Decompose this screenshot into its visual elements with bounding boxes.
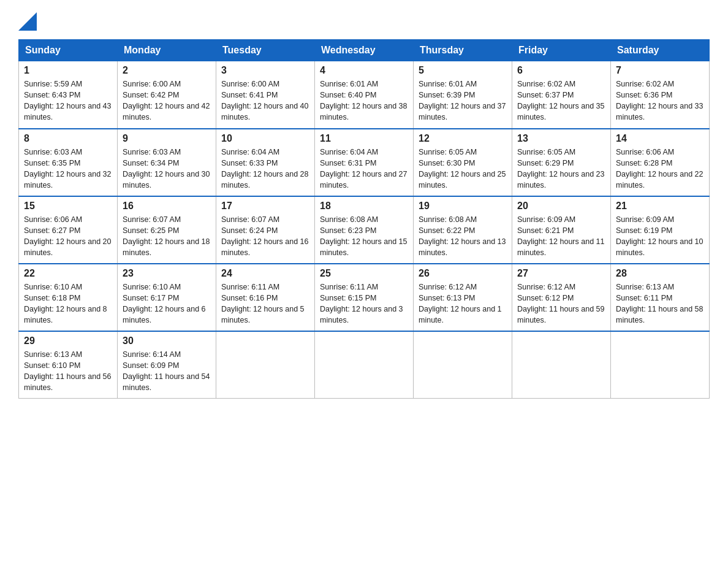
day-info: Sunrise: 6:02 AMSunset: 6:37 PMDaylight:…: [517, 79, 605, 123]
day-info: Sunrise: 6:01 AMSunset: 6:39 PMDaylight:…: [419, 79, 507, 123]
calendar-cell: 7Sunrise: 6:02 AMSunset: 6:36 PMDaylight…: [611, 61, 710, 129]
day-info: Sunrise: 6:03 AMSunset: 6:35 PMDaylight:…: [24, 147, 112, 191]
day-number: 4: [320, 65, 408, 76]
calendar-cell: 23Sunrise: 6:10 AMSunset: 6:17 PMDayligh…: [118, 264, 216, 331]
calendar-cell: 13Sunrise: 6:05 AMSunset: 6:29 PMDayligh…: [512, 129, 611, 196]
day-number: 2: [123, 65, 211, 76]
weekday-header-row: Sunday Monday Tuesday Wednesday Thursday…: [19, 40, 710, 61]
day-number: 20: [517, 201, 605, 212]
calendar-cell: [414, 331, 512, 399]
day-info: Sunrise: 6:10 AMSunset: 6:17 PMDaylight:…: [123, 282, 211, 326]
calendar-cell: 20Sunrise: 6:09 AMSunset: 6:21 PMDayligh…: [512, 196, 611, 264]
calendar-cell: 6Sunrise: 6:02 AMSunset: 6:37 PMDaylight…: [512, 61, 611, 129]
day-number: 25: [320, 268, 408, 279]
day-number: 22: [24, 268, 112, 279]
calendar-table: Sunday Monday Tuesday Wednesday Thursday…: [18, 39, 710, 399]
day-info: Sunrise: 5:59 AMSunset: 6:43 PMDaylight:…: [24, 79, 112, 123]
day-number: 16: [123, 201, 211, 212]
day-number: 29: [24, 335, 112, 347]
day-info: Sunrise: 6:12 AMSunset: 6:13 PMDaylight:…: [419, 282, 507, 326]
calendar-cell: 21Sunrise: 6:09 AMSunset: 6:19 PMDayligh…: [611, 196, 710, 264]
header-thursday: Thursday: [414, 40, 512, 61]
calendar-cell: 24Sunrise: 6:11 AMSunset: 6:16 PMDayligh…: [216, 264, 315, 331]
calendar-cell: [611, 331, 710, 399]
calendar-cell: [216, 331, 315, 399]
day-info: Sunrise: 6:08 AMSunset: 6:22 PMDaylight:…: [419, 214, 507, 259]
day-info: Sunrise: 6:02 AMSunset: 6:36 PMDaylight:…: [616, 79, 704, 123]
calendar-cell: 27Sunrise: 6:12 AMSunset: 6:12 PMDayligh…: [512, 264, 611, 331]
day-info: Sunrise: 6:10 AMSunset: 6:18 PMDaylight:…: [24, 282, 112, 326]
header-saturday: Saturday: [611, 40, 710, 61]
header-wednesday: Wednesday: [315, 40, 414, 61]
header-tuesday: Tuesday: [216, 40, 315, 61]
day-number: 24: [221, 268, 309, 279]
calendar-week-row: 29Sunrise: 6:13 AMSunset: 6:10 PMDayligh…: [19, 331, 710, 399]
calendar-week-row: 8Sunrise: 6:03 AMSunset: 6:35 PMDaylight…: [19, 129, 710, 196]
day-number: 12: [419, 133, 507, 144]
day-number: 21: [616, 201, 704, 212]
day-info: Sunrise: 6:00 AMSunset: 6:41 PMDaylight:…: [221, 79, 309, 123]
calendar-cell: 14Sunrise: 6:06 AMSunset: 6:28 PMDayligh…: [611, 129, 710, 196]
calendar-cell: 16Sunrise: 6:07 AMSunset: 6:25 PMDayligh…: [118, 196, 216, 264]
header-friday: Friday: [512, 40, 611, 61]
day-number: 13: [517, 133, 605, 144]
logo-icon: [18, 12, 37, 31]
day-info: Sunrise: 6:06 AMSunset: 6:27 PMDaylight:…: [24, 214, 112, 259]
header-monday: Monday: [118, 40, 216, 61]
day-number: 26: [419, 268, 507, 279]
calendar-cell: 19Sunrise: 6:08 AMSunset: 6:22 PMDayligh…: [414, 196, 512, 264]
day-info: Sunrise: 6:05 AMSunset: 6:30 PMDaylight:…: [419, 147, 507, 191]
calendar-cell: 5Sunrise: 6:01 AMSunset: 6:39 PMDaylight…: [414, 61, 512, 129]
day-info: Sunrise: 6:03 AMSunset: 6:34 PMDaylight:…: [123, 147, 211, 191]
calendar-cell: 30Sunrise: 6:14 AMSunset: 6:09 PMDayligh…: [118, 331, 216, 399]
day-info: Sunrise: 6:13 AMSunset: 6:11 PMDaylight:…: [616, 282, 704, 326]
calendar-cell: 3Sunrise: 6:00 AMSunset: 6:41 PMDaylight…: [216, 61, 315, 129]
day-number: 7: [616, 65, 704, 76]
day-number: 3: [221, 65, 309, 76]
day-info: Sunrise: 6:09 AMSunset: 6:21 PMDaylight:…: [517, 214, 605, 259]
day-number: 18: [320, 201, 408, 212]
day-info: Sunrise: 6:04 AMSunset: 6:33 PMDaylight:…: [221, 147, 309, 191]
day-info: Sunrise: 6:01 AMSunset: 6:40 PMDaylight:…: [320, 79, 408, 123]
page-header: [18, 12, 710, 28]
calendar-cell: 25Sunrise: 6:11 AMSunset: 6:15 PMDayligh…: [315, 264, 414, 331]
calendar-cell: 15Sunrise: 6:06 AMSunset: 6:27 PMDayligh…: [19, 196, 118, 264]
day-number: 11: [320, 133, 408, 144]
day-info: Sunrise: 6:11 AMSunset: 6:16 PMDaylight:…: [221, 282, 309, 326]
calendar-cell: 17Sunrise: 6:07 AMSunset: 6:24 PMDayligh…: [216, 196, 315, 264]
day-info: Sunrise: 6:05 AMSunset: 6:29 PMDaylight:…: [517, 147, 605, 191]
calendar-cell: [512, 331, 611, 399]
calendar-cell: 9Sunrise: 6:03 AMSunset: 6:34 PMDaylight…: [118, 129, 216, 196]
day-number: 8: [24, 133, 112, 144]
day-info: Sunrise: 6:13 AMSunset: 6:10 PMDaylight:…: [24, 349, 112, 394]
day-info: Sunrise: 6:00 AMSunset: 6:42 PMDaylight:…: [123, 79, 211, 123]
day-number: 17: [221, 201, 309, 212]
day-number: 6: [517, 65, 605, 76]
day-number: 30: [123, 335, 211, 347]
day-number: 19: [419, 201, 507, 212]
calendar-cell: 22Sunrise: 6:10 AMSunset: 6:18 PMDayligh…: [19, 264, 118, 331]
day-info: Sunrise: 6:12 AMSunset: 6:12 PMDaylight:…: [517, 282, 605, 326]
calendar-cell: 29Sunrise: 6:13 AMSunset: 6:10 PMDayligh…: [19, 331, 118, 399]
calendar-cell: 28Sunrise: 6:13 AMSunset: 6:11 PMDayligh…: [611, 264, 710, 331]
day-info: Sunrise: 6:09 AMSunset: 6:19 PMDaylight:…: [616, 214, 704, 259]
day-info: Sunrise: 6:04 AMSunset: 6:31 PMDaylight:…: [320, 147, 408, 191]
day-number: 1: [24, 65, 112, 76]
calendar-cell: 11Sunrise: 6:04 AMSunset: 6:31 PMDayligh…: [315, 129, 414, 196]
calendar-cell: 10Sunrise: 6:04 AMSunset: 6:33 PMDayligh…: [216, 129, 315, 196]
calendar-cell: 18Sunrise: 6:08 AMSunset: 6:23 PMDayligh…: [315, 196, 414, 264]
calendar-cell: 26Sunrise: 6:12 AMSunset: 6:13 PMDayligh…: [414, 264, 512, 331]
calendar-cell: [315, 331, 414, 399]
calendar-week-row: 1Sunrise: 5:59 AMSunset: 6:43 PMDaylight…: [19, 61, 710, 129]
logo: [18, 12, 37, 28]
calendar-cell: 4Sunrise: 6:01 AMSunset: 6:40 PMDaylight…: [315, 61, 414, 129]
day-number: 27: [517, 268, 605, 279]
day-number: 15: [24, 201, 112, 212]
calendar-week-row: 22Sunrise: 6:10 AMSunset: 6:18 PMDayligh…: [19, 264, 710, 331]
day-info: Sunrise: 6:08 AMSunset: 6:23 PMDaylight:…: [320, 214, 408, 259]
day-info: Sunrise: 6:07 AMSunset: 6:24 PMDaylight:…: [221, 214, 309, 259]
day-number: 9: [123, 133, 211, 144]
day-number: 5: [419, 65, 507, 76]
calendar-week-row: 15Sunrise: 6:06 AMSunset: 6:27 PMDayligh…: [19, 196, 710, 264]
day-number: 10: [221, 133, 309, 144]
